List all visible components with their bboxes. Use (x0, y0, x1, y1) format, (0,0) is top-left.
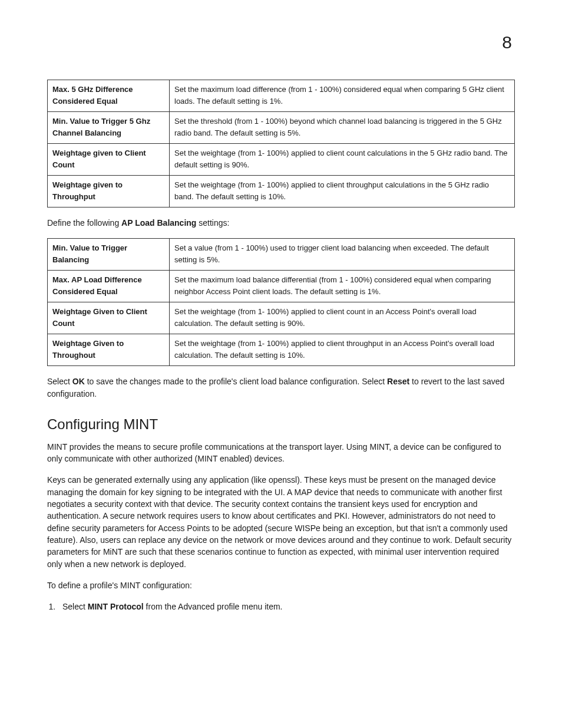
setting-description: Set the weightage (from 1- 100%) applied… (170, 302, 515, 334)
setting-description: Set the weightage (from 1- 100%) applied… (170, 334, 515, 366)
setting-description: Set the maximum load difference (from 1 … (170, 80, 515, 112)
table-row: Max. 5 GHz Difference Considered Equal S… (48, 80, 515, 112)
text-prefix: Define the following (47, 218, 121, 228)
table-row: Min. Value to Trigger 5 Ghz Channel Bala… (48, 112, 515, 144)
step-item: Select MINT Protocol from the Advanced p… (58, 601, 515, 612)
setting-label: Min. Value to Trigger 5 Ghz Channel Bala… (48, 112, 170, 144)
step-text: from the Advanced profile menu item. (144, 602, 283, 611)
setting-label: Weightage Given to Client Count (48, 302, 170, 334)
settings-table-2: Min. Value to Trigger Balancing Set a va… (47, 238, 515, 366)
table-row: Weightage given to Throughput Set the we… (48, 176, 515, 207)
setting-label: Weightage given to Throughput (48, 176, 170, 207)
setting-description: Set the weightage (from 1- 100%) applied… (170, 144, 515, 176)
table-row: Weightage Given to Throughout Set the we… (48, 334, 515, 366)
settings-table-1: Max. 5 GHz Difference Considered Equal S… (47, 80, 515, 207)
setting-label: Weightage given to Client Count (48, 144, 170, 176)
setting-description: Set the maximum load balance differentia… (170, 271, 515, 302)
table-row: Weightage Given to Client Count Set the … (48, 302, 515, 334)
setting-description: Set the threshold (from 1 - 100%) beyond… (170, 112, 515, 144)
setting-label: Max. 5 GHz Difference Considered Equal (48, 80, 170, 112)
mint-paragraph-3: To define a profile's MINT configuration… (47, 579, 515, 591)
text-part: to save the changes made to the profile'… (85, 377, 387, 386)
ok-label: OK (72, 377, 85, 386)
table-row: Weightage given to Client Count Set the … (48, 144, 515, 176)
page-content: Max. 5 GHz Difference Considered Equal S… (47, 80, 515, 612)
setting-label: Min. Value to Trigger Balancing (48, 239, 170, 271)
setting-description: Set the weightage (from 1- 100%) applied… (170, 176, 515, 207)
step-bold: MINT Protocol (88, 602, 144, 611)
mint-paragraph-1: MINT provides the means to secure profil… (47, 441, 515, 465)
step-text: Select (62, 602, 88, 611)
document-page: 8 Max. 5 GHz Difference Considered Equal… (0, 0, 562, 728)
mid-paragraph: Define the following AP Load Balancing s… (47, 217, 515, 229)
table-row: Max. AP Load Difference Considered Equal… (48, 271, 515, 302)
page-number: 8 (502, 32, 512, 52)
table-row: Min. Value to Trigger Balancing Set a va… (48, 239, 515, 271)
setting-label: Max. AP Load Difference Considered Equal (48, 271, 170, 302)
setting-description: Set a value (from 1 - 100%) used to trig… (170, 239, 515, 271)
mint-paragraph-2: Keys can be generated externally using a… (47, 474, 515, 569)
ok-reset-paragraph: Select OK to save the changes made to th… (47, 375, 515, 400)
reset-label: Reset (387, 377, 409, 386)
steps-list: Select MINT Protocol from the Advanced p… (47, 601, 515, 612)
text-part: Select (47, 377, 72, 386)
text-bold: AP Load Balancing (121, 218, 196, 228)
section-heading: Configuring MINT (47, 416, 515, 433)
setting-label: Weightage Given to Throughout (48, 334, 170, 366)
text-suffix: settings: (196, 218, 229, 228)
